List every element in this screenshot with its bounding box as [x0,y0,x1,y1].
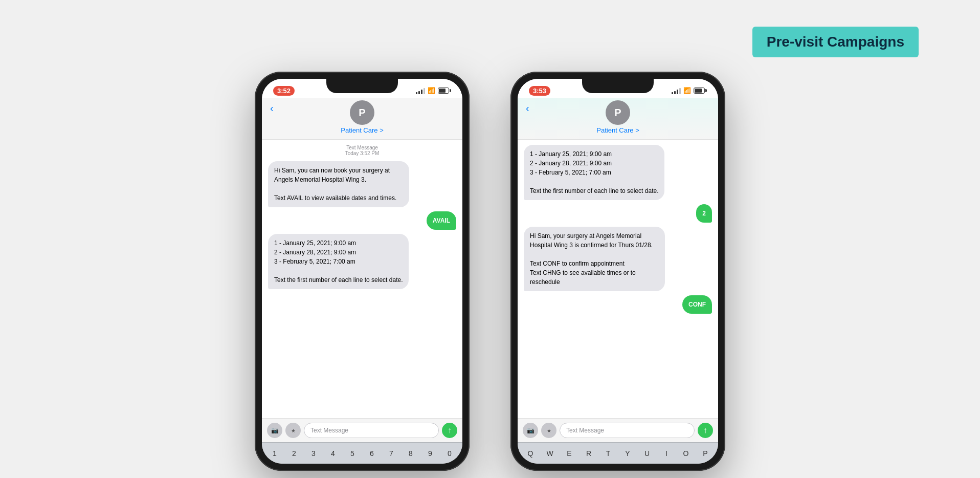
key-7[interactable]: 7 [384,449,398,458]
imessage-header-2: ‹ P Patient Care > [518,98,718,140]
key-9[interactable]: 9 [423,449,437,458]
key-3[interactable]: 3 [306,449,321,458]
key-y[interactable]: Y [620,449,635,458]
phones-container: 3:52 📶 ‹ P Patient Care > [255,72,725,471]
phone-2: 3:53 📶 ‹ P Patient Care > [510,72,725,471]
key-o[interactable]: O [679,449,693,458]
key-4[interactable]: 4 [326,449,340,458]
key-6[interactable]: 6 [365,449,379,458]
signal-icon-1 [416,87,425,94]
status-icons-1: 📶 [416,87,451,94]
key-1[interactable]: 1 [268,449,282,458]
badge-text: Pre-visit Campaigns [767,34,904,50]
text-input-2[interactable]: Text Message [560,423,695,438]
bubble-received-1b: 1 - January 25, 2021; 9:00 am 2 - Januar… [268,234,409,289]
key-r[interactable]: R [582,449,596,458]
key-2[interactable]: 2 [287,449,301,458]
contact-avatar-1: P [350,100,374,125]
appstore-icon-1[interactable]: ★ [285,423,301,438]
status-bar-2: 3:53 📶 [518,79,718,98]
time-badge-2: 3:53 [529,86,550,96]
contact-name-2[interactable]: Patient Care > [596,126,639,134]
text-input-1[interactable]: Text Message [304,423,439,438]
input-bar-1: 📷 ★ Text Message [262,418,462,442]
battery-icon-2 [694,88,707,94]
phone-1-screen: 3:52 📶 ‹ P Patient Care > [262,79,462,464]
pre-visit-badge: Pre-visit Campaigns [752,27,919,57]
appstore-icon-2[interactable]: ★ [541,423,556,438]
key-p[interactable]: P [698,449,712,458]
wifi-icon-2: 📶 [683,87,691,94]
key-i[interactable]: I [659,449,674,458]
send-button-2[interactable] [698,423,713,438]
key-8[interactable]: 8 [404,449,418,458]
key-5[interactable]: 5 [345,449,360,458]
back-button-2[interactable]: ‹ [526,102,529,114]
keyboard-1: 1 2 3 4 5 6 7 8 9 0 [262,442,462,464]
key-e[interactable]: E [562,449,576,458]
time-badge-1: 3:52 [273,86,295,96]
keyboard-2: Q W E R T Y U I O P [518,442,718,464]
key-w[interactable]: W [543,449,557,458]
key-u[interactable]: U [640,449,654,458]
imessage-header-1: ‹ P Patient Care > [262,98,462,140]
camera-icon-2[interactable]: 📷 [523,423,538,438]
bubble-received-2b: Hi Sam, your surgery at Angels Memorial … [524,227,665,291]
battery-icon-1 [438,88,451,94]
bubble-sent-1a: AVAIL [427,211,456,230]
input-bar-2: 📷 ★ Text Message [518,418,718,442]
bubble-received-2a: 1 - January 25, 2021; 9:00 am 2 - Januar… [524,145,664,200]
send-button-1[interactable] [442,423,457,438]
signal-icon-2 [672,87,681,94]
status-bar-1: 3:52 📶 [262,79,462,98]
bubble-sent-2a: 2 [696,204,712,223]
back-button-1[interactable]: ‹ [270,102,274,114]
messages-area-1: Text Message Today 3:52 PM Hi Sam, you c… [262,140,462,418]
wifi-icon-1: 📶 [428,87,435,94]
key-0[interactable]: 0 [442,449,457,458]
contact-name-1[interactable]: Patient Care > [341,126,383,134]
message-meta-1: Text Message Today 3:52 PM [268,145,456,156]
bubble-sent-2b: CONF [682,295,712,314]
phone-2-screen: 3:53 📶 ‹ P Patient Care > [518,79,718,464]
contact-avatar-2: P [606,100,630,125]
camera-icon-1[interactable]: 📷 [267,423,282,438]
status-icons-2: 📶 [672,87,707,94]
messages-area-2: 1 - January 25, 2021; 9:00 am 2 - Januar… [518,140,718,418]
bubble-received-1a: Hi Sam, you can now book your surgery at… [268,161,409,207]
phone-1: 3:52 📶 ‹ P Patient Care > [255,72,470,471]
key-t[interactable]: T [601,449,615,458]
key-q[interactable]: Q [523,449,538,458]
